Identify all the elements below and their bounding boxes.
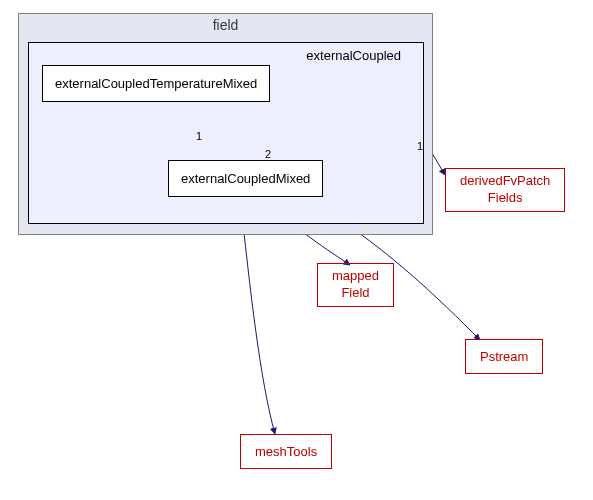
node-mesh-tools[interactable]: meshTools: [240, 434, 332, 469]
container-external-coupled-label[interactable]: externalCoupled: [306, 48, 401, 63]
edge-label-inner-right1: 1: [417, 140, 423, 152]
node-mapped-field[interactable]: mapped Field: [317, 263, 394, 307]
edge-label-inner-ecm: 2: [265, 148, 271, 160]
node-derived-fv-patch-fields[interactable]: derivedFvPatch Fields: [445, 168, 565, 212]
node-pstream[interactable]: Pstream: [465, 339, 543, 374]
node-line-2: Fields: [488, 190, 523, 205]
node-line-1: mapped: [332, 268, 379, 283]
node-external-coupled-temperature-mixed[interactable]: externalCoupledTemperatureMixed: [42, 65, 270, 102]
node-line-2: Field: [341, 285, 369, 300]
node-line-1: derivedFvPatch: [460, 173, 550, 188]
edge-label-ectm-ecm: 1: [196, 130, 202, 142]
container-field-label[interactable]: field: [213, 17, 239, 33]
node-external-coupled-mixed[interactable]: externalCoupledMixed: [168, 160, 323, 197]
